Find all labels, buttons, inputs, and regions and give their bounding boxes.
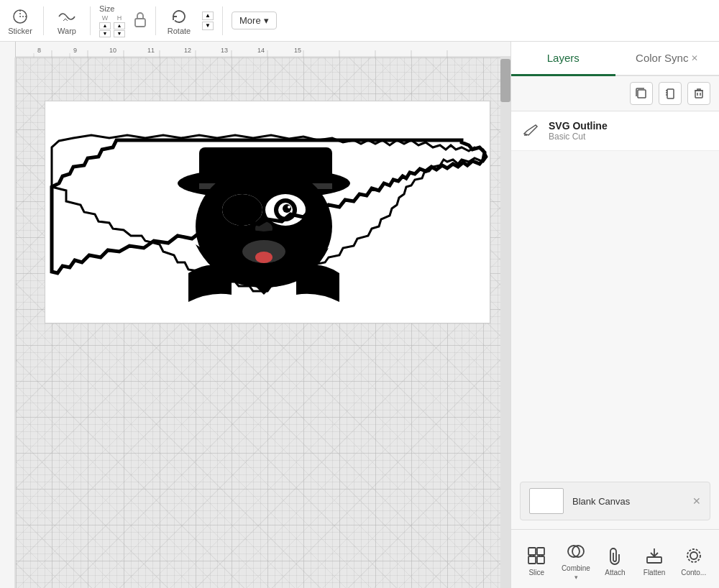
svg-rect-50: [537, 556, 544, 564]
delete-button[interactable]: [687, 82, 710, 105]
rotate-down[interactable]: ▼: [202, 22, 214, 30]
combine-button[interactable]: Combine ▾: [558, 540, 594, 581]
rotate-icon: [169, 6, 189, 27]
sep1: [43, 6, 44, 35]
lock-icon: [134, 12, 147, 30]
panel-bottom: Slice Combine ▾: [511, 529, 719, 588]
svg-point-38: [288, 206, 290, 208]
warp-icon: [57, 6, 77, 27]
tab-color-sync[interactable]: Color Sync ✕: [615, 42, 720, 76]
blank-canvas-close[interactable]: ✕: [692, 495, 701, 507]
color-sync-close[interactable]: ✕: [691, 53, 698, 63]
combine-icon: [564, 540, 587, 563]
svg-point-56: [687, 549, 700, 562]
scrollbar-thumb[interactable]: [500, 59, 510, 102]
duplicate-button[interactable]: [630, 82, 653, 105]
sep2: [90, 6, 91, 35]
right-panel: Layers Color Sync ✕: [510, 42, 719, 588]
svg-rect-44: [695, 91, 702, 98]
size-label: Size: [99, 4, 114, 13]
ruler-left: [0, 42, 16, 588]
svg-text:15: 15: [294, 47, 301, 54]
rotate-up[interactable]: ▲: [202, 12, 214, 20]
height-up[interactable]: ▲: [114, 22, 125, 29]
svg-rect-26: [0, 58, 16, 588]
layer-sub: Basic Cut: [549, 132, 707, 142]
blank-canvas-section: Blank Canvas ✕: [520, 482, 710, 520]
ruler-top: 8 9 10 11 12 13 14 15: [0, 42, 510, 58]
sticker-tool[interactable]: Sticker: [6, 6, 35, 35]
svg-text:14: 14: [257, 47, 265, 54]
lock-button[interactable]: [134, 12, 147, 30]
svg-rect-42: [638, 90, 646, 98]
width-down[interactable]: ▼: [99, 30, 111, 37]
attach-icon: [603, 544, 626, 567]
attach-button[interactable]: Attach: [597, 544, 633, 576]
svg-rect-47: [528, 548, 536, 555]
panel-bottom-icons: Slice Combine ▾: [511, 537, 719, 584]
top-toolbar: Sticker Warp Size W ▲ ▼ H: [0, 0, 719, 42]
svg-rect-48: [537, 548, 544, 555]
flatten-button[interactable]: Flatten: [636, 544, 672, 576]
grid-canvas[interactable]: [16, 58, 500, 588]
svg-rect-43: [667, 89, 674, 98]
tab-layers[interactable]: Layers: [511, 42, 615, 76]
flatten-icon: [643, 544, 666, 567]
sep4: [222, 6, 223, 35]
main-content: 8 9 10 11 12 13 14 15: [0, 42, 719, 588]
warp-tool[interactable]: Warp: [52, 6, 81, 35]
layer-name: SVG Outline: [549, 120, 707, 132]
layer-icon: [523, 122, 540, 140]
panel-tabs: Layers Color Sync ✕: [511, 42, 719, 76]
blank-canvas-label: Blank Canvas: [572, 496, 630, 507]
rotate-tool[interactable]: Rotate: [165, 6, 193, 35]
svg-rect-55: [647, 557, 661, 563]
svg-rect-49: [528, 556, 536, 564]
sticker-icon: [10, 6, 30, 27]
layer-info: SVG Outline Basic Cut: [549, 120, 707, 142]
contour-icon: [682, 544, 705, 567]
width-up[interactable]: ▲: [99, 22, 111, 29]
height-down[interactable]: ▼: [114, 30, 125, 37]
contour-button[interactable]: Conto...: [676, 544, 712, 576]
svg-text:11: 11: [147, 47, 155, 54]
panel-toolbar: [511, 76, 719, 111]
paste-button[interactable]: [659, 82, 682, 105]
canvas-area[interactable]: 8 9 10 11 12 13 14 15: [0, 42, 510, 588]
scrollbar-right[interactable]: [500, 58, 510, 588]
combine-dropdown-arrow[interactable]: ▾: [574, 574, 578, 581]
svg-text:9: 9: [73, 47, 77, 54]
svg-text:8: 8: [37, 47, 41, 54]
blank-canvas-thumb: [529, 488, 564, 514]
slice-button[interactable]: Slice: [518, 544, 554, 576]
panel-spacer: [511, 151, 719, 473]
svg-text:10: 10: [109, 47, 116, 54]
slice-icon: [525, 544, 548, 567]
artwork[interactable]: [45, 101, 490, 323]
layer-item-svg-outline[interactable]: SVG Outline Basic Cut: [511, 111, 719, 151]
more-button[interactable]: More ▾: [232, 12, 277, 29]
svg-text:12: 12: [184, 47, 191, 54]
svg-point-57: [690, 552, 697, 559]
svg-point-34: [222, 194, 262, 226]
sep3: [155, 6, 156, 35]
svg-point-37: [283, 204, 291, 213]
svg-rect-1: [135, 19, 145, 27]
more-dropdown-icon: ▾: [264, 15, 269, 26]
svg-text:13: 13: [221, 47, 228, 54]
svg-point-41: [255, 252, 273, 263]
